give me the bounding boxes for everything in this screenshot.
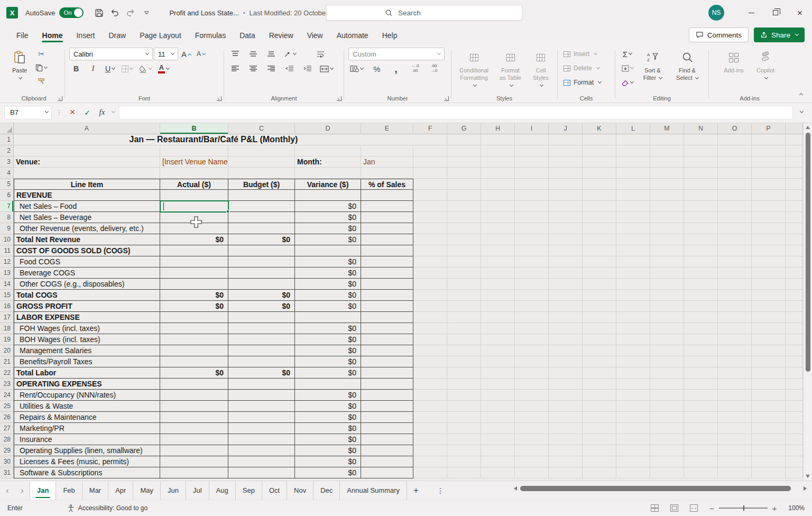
cell-N26[interactable] (684, 412, 718, 423)
sheet-tab-jul[interactable]: Jul (186, 481, 209, 500)
cell-B5[interactable]: Actual ($) (160, 179, 228, 190)
redo-button[interactable] (123, 5, 139, 21)
sheet-tab-annual-summary[interactable]: Annual Summary (340, 481, 407, 500)
ribbon-tab-help[interactable]: Help (375, 27, 404, 44)
cell-P13[interactable] (752, 268, 786, 279)
cell-I4[interactable] (515, 168, 549, 179)
cell-B3[interactable]: [Insert Venue Name] (160, 156, 228, 168)
increase-decimal-button[interactable]: ←.0.00 (408, 62, 422, 75)
column-header-P[interactable]: P (752, 123, 786, 134)
scroll-up-button[interactable] (804, 123, 812, 132)
cell-N19[interactable] (684, 334, 718, 345)
scroll-down-button[interactable] (804, 472, 812, 481)
cell-N23[interactable] (684, 379, 718, 390)
cell-L10[interactable] (616, 234, 650, 245)
cell-N2[interactable] (684, 145, 718, 156)
cell-A22[interactable]: Total Labor (14, 367, 160, 379)
cell-O8[interactable] (718, 212, 752, 223)
sheet-tab-feb[interactable]: Feb (56, 481, 82, 500)
cell-E23[interactable] (361, 379, 413, 390)
fill-handle[interactable] (226, 210, 229, 213)
cell-G19[interactable] (447, 334, 481, 345)
cell-L19[interactable] (616, 334, 650, 345)
cell-P19[interactable] (752, 334, 786, 345)
cell-M30[interactable] (650, 456, 684, 467)
cell-N14[interactable] (684, 279, 718, 290)
cell-K28[interactable] (583, 434, 616, 445)
cell-F20[interactable] (413, 345, 447, 356)
cell-L24[interactable] (616, 390, 650, 401)
excel-logo-icon[interactable]: X (6, 7, 18, 19)
number-format-select[interactable]: Custom (348, 48, 445, 60)
cell-D18[interactable]: $0 (295, 323, 361, 334)
cell-K30[interactable] (583, 456, 616, 467)
cell-M17[interactable] (650, 312, 684, 323)
cell-D15[interactable]: $0 (295, 290, 361, 301)
cell-J16[interactable] (549, 301, 583, 312)
cell-O26[interactable] (718, 412, 752, 423)
cell-C4[interactable] (228, 168, 295, 179)
cell-D4[interactable] (295, 168, 361, 179)
cell-K11[interactable] (583, 245, 616, 256)
cell-D12[interactable]: $0 (295, 256, 361, 268)
cell-E14[interactable] (361, 279, 413, 290)
cell-G6[interactable] (447, 190, 481, 201)
cell-G27[interactable] (447, 423, 481, 434)
cell-J11[interactable] (549, 245, 583, 256)
cell-E19[interactable] (361, 334, 413, 345)
cell-B2[interactable] (160, 145, 228, 156)
cell-A30[interactable]: Licenses & Fees (music, permits) (14, 456, 160, 467)
cell-K1[interactable] (583, 134, 616, 145)
cell-D23[interactable] (295, 379, 361, 390)
select-all-corner[interactable] (0, 123, 14, 134)
cell-G29[interactable] (447, 445, 481, 456)
cell-O18[interactable] (718, 323, 752, 334)
autosave-toggle[interactable]: On (59, 7, 84, 18)
cell-K7[interactable] (583, 201, 616, 212)
cell-P22[interactable] (752, 367, 786, 379)
number-dialog-launcher[interactable] (444, 96, 449, 101)
cell-P3[interactable] (752, 156, 786, 168)
ribbon-tab-automate[interactable]: Automate (330, 27, 375, 44)
cell-K26[interactable] (583, 412, 616, 423)
row-header-5[interactable]: 5 (0, 179, 14, 190)
cell-D19[interactable]: $0 (295, 334, 361, 345)
cell-P23[interactable] (752, 379, 786, 390)
last-modified[interactable]: Last Modified: 20 October (249, 9, 335, 17)
cell-L20[interactable] (616, 345, 650, 356)
cell-N10[interactable] (684, 234, 718, 245)
cell-G21[interactable] (447, 356, 481, 367)
cell-D30[interactable]: $0 (295, 456, 361, 467)
cell-I2[interactable] (515, 145, 549, 156)
cell-J13[interactable] (549, 268, 583, 279)
cell-D21[interactable]: $0 (295, 356, 361, 367)
cell-I14[interactable] (515, 279, 549, 290)
cell-I3[interactable] (515, 156, 549, 168)
cell-P29[interactable] (752, 445, 786, 456)
cell-H10[interactable] (481, 234, 515, 245)
cell-F7[interactable] (413, 201, 447, 212)
zoom-level[interactable]: 100% (788, 504, 805, 512)
cell-O14[interactable] (718, 279, 752, 290)
cell-M7[interactable] (650, 201, 684, 212)
cell-E20[interactable] (361, 345, 413, 356)
cell-O17[interactable] (718, 312, 752, 323)
cell-B21[interactable] (160, 356, 228, 367)
font-family-select[interactable]: Calibri (69, 48, 153, 60)
cell-J9[interactable] (549, 223, 583, 234)
vertical-scroll-thumb[interactable] (806, 133, 810, 372)
cell-J7[interactable] (549, 201, 583, 212)
cell-N17[interactable] (684, 312, 718, 323)
vertical-scrollbar[interactable] (803, 123, 812, 481)
cell-A12[interactable]: Food COGS (14, 256, 160, 268)
scroll-right-button[interactable] (804, 486, 807, 491)
cell-N24[interactable] (684, 390, 718, 401)
accounting-format-button[interactable] (348, 62, 365, 75)
cell-E18[interactable] (361, 323, 413, 334)
row-header-12[interactable]: 12 (0, 256, 14, 268)
cell-C18[interactable] (228, 323, 295, 334)
cell-J8[interactable] (549, 212, 583, 223)
row-header-3[interactable]: 3 (0, 156, 14, 168)
column-header-L[interactable]: L (616, 123, 650, 134)
cell-F29[interactable] (413, 445, 447, 456)
